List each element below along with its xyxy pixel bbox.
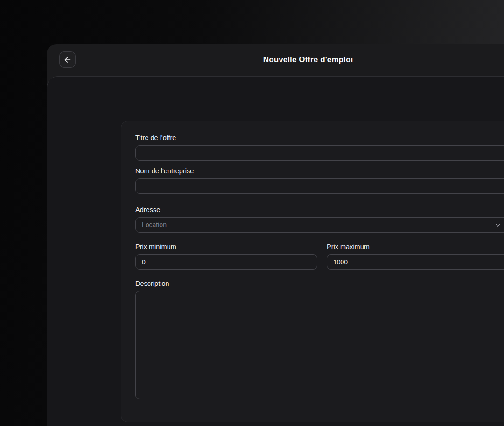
description-label: Description xyxy=(135,280,504,287)
job-offer-form-card: Titre de l'offre Nom de l'entreprise Adr… xyxy=(121,121,504,422)
app-window: Nouvelle Offre d'emploi Titre de l'offre… xyxy=(47,44,504,426)
field-offer-title: Titre de l'offre xyxy=(135,134,504,161)
description-textarea[interactable] xyxy=(135,291,504,399)
price-max-input[interactable] xyxy=(327,254,504,270)
price-min-input[interactable] xyxy=(135,254,317,270)
address-label: Adresse xyxy=(135,206,504,213)
field-company-name: Nom de l'entreprise xyxy=(135,167,504,194)
address-select[interactable]: Location xyxy=(135,217,504,233)
offer-title-input[interactable] xyxy=(135,145,504,161)
header-bar: Nouvelle Offre d'emploi xyxy=(47,44,504,76)
page-title: Nouvelle Offre d'emploi xyxy=(47,44,504,76)
app-screenshot: Nouvelle Offre d'emploi Titre de l'offre… xyxy=(0,0,504,426)
price-min-label: Prix minimum xyxy=(135,243,317,250)
company-name-input[interactable] xyxy=(135,178,504,194)
price-row: Prix minimum Prix maximum xyxy=(135,243,504,270)
field-price-max: Prix maximum xyxy=(327,243,504,270)
field-description: Description xyxy=(135,280,504,399)
content-panel: Titre de l'offre Nom de l'entreprise Adr… xyxy=(47,76,504,426)
offer-title-label: Titre de l'offre xyxy=(135,134,504,142)
price-max-label: Prix maximum xyxy=(327,243,504,250)
field-address: Adresse Location xyxy=(135,206,504,233)
field-price-min: Prix minimum xyxy=(135,243,317,270)
company-name-label: Nom de l'entreprise xyxy=(135,167,504,175)
address-select-wrapper: Location xyxy=(135,217,504,233)
